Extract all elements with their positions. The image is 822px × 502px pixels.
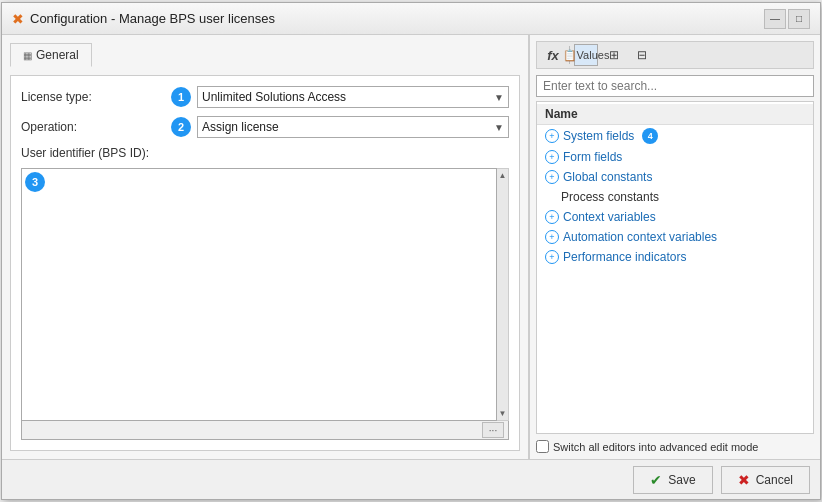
scroll-up-icon: ▲ [499, 171, 507, 180]
table-view-icon: ⊞ [609, 48, 619, 62]
operation-row: Operation: 2 Assign license ▼ [21, 116, 509, 138]
advanced-edit-checkbox[interactable] [536, 440, 549, 453]
user-id-badge: 3 [25, 172, 45, 192]
tree-item-system-fields[interactable]: + System fields 4 [537, 125, 813, 147]
tree-item-performance-indicators[interactable]: + Performance indicators [537, 247, 813, 267]
operation-label: Operation: [21, 120, 171, 134]
window-body: ▦ General License type: 1 Unlimited Solu… [2, 35, 820, 459]
operation-value: Assign license [202, 120, 279, 134]
save-label: Save [668, 473, 695, 487]
performance-indicators-label: Performance indicators [563, 250, 686, 264]
window-title: Configuration - Manage BPS user licenses [30, 11, 275, 26]
table-view-button[interactable]: ⊞ [602, 44, 626, 66]
operation-arrow: ▼ [494, 122, 504, 133]
tree-item-process-constants[interactable]: Process constants [537, 187, 813, 207]
grid-view-icon: ⊟ [637, 48, 647, 62]
expand-global-constants[interactable]: + [545, 170, 559, 184]
window-controls: — □ [764, 9, 810, 29]
license-type-control: 1 Unlimited Solutions Access ▼ [171, 86, 509, 108]
scroll-down-icon: ▼ [499, 409, 507, 418]
expand-automation-context[interactable]: + [545, 230, 559, 244]
system-fields-label: System fields [563, 129, 634, 143]
right-toolbar: fx 📋 Values ⊞ ⊟ [536, 41, 814, 69]
right-panel: fx 📋 Values ⊞ ⊟ Name [530, 35, 820, 459]
title-bar-left: ✖ Configuration - Manage BPS user licens… [12, 11, 275, 27]
license-type-label: License type: [21, 90, 171, 104]
tree-item-context-variables[interactable]: + Context variables [537, 207, 813, 227]
process-constants-label: Process constants [561, 190, 659, 204]
ellipsis-icon: ··· [489, 425, 497, 436]
textarea-bottom-bar: ··· [21, 421, 509, 440]
tab-general-icon: ▦ [23, 50, 32, 61]
license-type-value: Unlimited Solutions Access [202, 90, 346, 104]
expand-form-fields[interactable]: + [545, 150, 559, 164]
fx-icon: fx [547, 48, 559, 63]
operation-badge: 2 [171, 117, 191, 137]
textarea-scrollbar[interactable]: ▲ ▼ [497, 168, 509, 421]
expand-system-fields[interactable]: + [545, 129, 559, 143]
user-id-input-area: 3 ▲ ▼ ··· [21, 168, 509, 440]
tree-item-global-constants[interactable]: + Global constants [537, 167, 813, 187]
ellipsis-button[interactable]: ··· [482, 422, 504, 438]
save-icon: ✔ [650, 472, 662, 488]
main-window: ✖ Configuration - Manage BPS user licens… [1, 2, 821, 500]
global-constants-label: Global constants [563, 170, 652, 184]
user-id-label-row: User identifier (BPS ID): [21, 146, 509, 160]
tree-panel: Name + System fields 4 + Form fields + G… [536, 101, 814, 434]
save-button[interactable]: ✔ Save [633, 466, 712, 494]
advanced-edit-label: Switch all editors into advanced edit mo… [553, 441, 758, 453]
right-footer: Switch all editors into advanced edit mo… [536, 440, 814, 453]
tree-item-automation-context[interactable]: + Automation context variables [537, 227, 813, 247]
cancel-label: Cancel [756, 473, 793, 487]
license-type-row: License type: 1 Unlimited Solutions Acce… [21, 86, 509, 108]
system-fields-badge: 4 [642, 128, 658, 144]
context-variables-label: Context variables [563, 210, 656, 224]
expand-performance-indicators[interactable]: + [545, 250, 559, 264]
search-input[interactable] [536, 75, 814, 97]
operation-select[interactable]: Assign license ▼ [197, 116, 509, 138]
tab-general[interactable]: ▦ General [10, 43, 92, 67]
tree-header: Name [537, 104, 813, 125]
advanced-edit-checkbox-wrap: Switch all editors into advanced edit mo… [536, 440, 758, 453]
cancel-icon: ✖ [738, 472, 750, 488]
grid-view-button[interactable]: ⊟ [630, 44, 654, 66]
tab-general-label: General [36, 48, 79, 62]
expand-context-variables[interactable]: + [545, 210, 559, 224]
user-id-label: User identifier (BPS ID): [21, 146, 171, 160]
license-type-select[interactable]: Unlimited Solutions Access ▼ [197, 86, 509, 108]
license-type-badge: 1 [171, 87, 191, 107]
app-icon: ✖ [12, 11, 24, 27]
user-id-textarea[interactable] [21, 168, 497, 421]
form-area: License type: 1 Unlimited Solutions Acce… [10, 75, 520, 451]
tab-bar: ▦ General [10, 43, 520, 67]
automation-context-label: Automation context variables [563, 230, 717, 244]
minimize-button[interactable]: — [764, 9, 786, 29]
operation-control: 2 Assign license ▼ [171, 116, 509, 138]
left-panel: ▦ General License type: 1 Unlimited Solu… [2, 35, 529, 459]
tree-item-form-fields[interactable]: + Form fields [537, 147, 813, 167]
form-fields-label: Form fields [563, 150, 622, 164]
cancel-button[interactable]: ✖ Cancel [721, 466, 810, 494]
values-tab-icon: 📋 [563, 49, 577, 62]
footer-bar: ✔ Save ✖ Cancel [2, 459, 820, 499]
values-tab-button[interactable]: 📋 Values [574, 44, 598, 66]
title-bar: ✖ Configuration - Manage BPS user licens… [2, 3, 820, 35]
license-type-arrow: ▼ [494, 92, 504, 103]
fx-button[interactable]: fx [541, 44, 565, 66]
maximize-button[interactable]: □ [788, 9, 810, 29]
